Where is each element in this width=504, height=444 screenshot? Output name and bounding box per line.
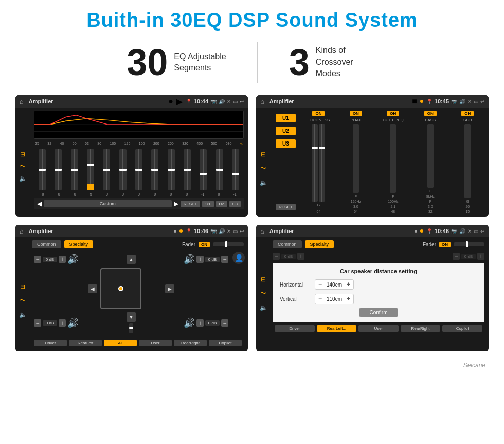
fader-label-4: Fader: [423, 242, 436, 247]
sub-slider[interactable]: [464, 124, 471, 198]
btn-rearright[interactable]: RearRight: [174, 340, 207, 346]
dist-vertical-control[interactable]: − 110cm +: [315, 294, 354, 304]
dist-vertical-label: Vertical: [280, 296, 311, 302]
screen-eq: ⌂ Amplifier ● ▶ 📍 10:44 📷 🔊 ✕ ▭ ↩ ⊟ 〜 🔈: [15, 95, 248, 217]
tab-specialty-4[interactable]: Specialty: [305, 240, 334, 248]
fader-slider-4[interactable]: [454, 242, 484, 246]
eq-icon-vol-down[interactable]: 🔈: [19, 175, 27, 182]
db-bottom-right: − 0 dB + 🔊: [165, 317, 228, 329]
bass-on-btn[interactable]: ON: [424, 111, 437, 116]
close-icon-2: ✕: [467, 99, 472, 104]
loudness-on-btn[interactable]: ON: [312, 111, 325, 116]
db-bl-minus[interactable]: −: [34, 319, 41, 327]
phat-slider[interactable]: [353, 124, 359, 193]
db-br-plus[interactable]: +: [196, 319, 204, 327]
fader-icon-eq[interactable]: ⊟: [20, 283, 25, 290]
db-bl-plus[interactable]: +: [59, 319, 66, 327]
loudness-slider2[interactable]: [319, 124, 325, 202]
up-arrow-btn[interactable]: ▲: [127, 255, 136, 264]
cutfreq-on-btn[interactable]: ON: [387, 111, 399, 116]
db-tr-plus[interactable]: +: [196, 256, 204, 263]
fader-main-area: Common Specialty Fader ON 👤 − 0 dB: [15, 237, 248, 351]
bass-slider[interactable]: [427, 124, 434, 188]
btn-rearleft-4[interactable]: RearLeft...: [317, 325, 357, 332]
btn-driver-4[interactable]: Driver: [275, 325, 315, 332]
status-icons-3: 📍 10:46 📷 🔊 ✕ ▭ ↩: [186, 228, 244, 234]
fader-on-pill[interactable]: ON: [199, 242, 210, 247]
cross-icon-wave[interactable]: 〜: [260, 164, 266, 173]
eq-reset-btn[interactable]: RESET: [181, 201, 201, 207]
btn-rearright-4[interactable]: RearRight: [401, 325, 441, 332]
loudness-slider1[interactable]: [312, 124, 318, 202]
back-icon-3: ↩: [240, 228, 244, 234]
btn-rearleft[interactable]: RearLeft: [69, 340, 102, 346]
bottom-fader-track[interactable]: [129, 323, 133, 333]
db-tr-minus[interactable]: −: [221, 256, 228, 263]
u3-btn[interactable]: U3: [276, 139, 296, 148]
fader-left-icons: ⊟ 〜 🔈: [15, 250, 30, 351]
u2-btn[interactable]: U2: [276, 127, 296, 135]
phat-on-btn[interactable]: ON: [350, 111, 362, 116]
fader-on-4[interactable]: ON: [439, 242, 451, 247]
channel-sub: ON SUB G 20 15: [450, 111, 485, 214]
btn-user[interactable]: User: [139, 340, 172, 346]
dist-icon-wave[interactable]: 〜: [260, 289, 266, 298]
btn-all[interactable]: All: [104, 340, 137, 346]
db-br-minus[interactable]: −: [221, 319, 228, 327]
dist-left-icons: ⊟ 〜 🔈: [256, 250, 271, 337]
btn-copilot[interactable]: Copilot: [209, 340, 242, 346]
screen-distance: ⌂ Amplifier ■ 📍 10:46 📷 🔊 ✕ ▭ ↩ ⊟ 〜 🔈: [256, 225, 489, 351]
tab-common-3[interactable]: Common: [32, 240, 61, 248]
home-icon-4[interactable]: ⌂: [260, 227, 264, 235]
dist-h-plus[interactable]: +: [347, 281, 350, 288]
db-tl-plus[interactable]: +: [59, 256, 66, 263]
tab-common-4[interactable]: Common: [273, 240, 302, 248]
cross-icon-vol[interactable]: 🔈: [260, 179, 267, 186]
db-top-right: − 0 dB + 🔊: [165, 254, 228, 265]
eq-icon-sliders[interactable]: ⊟: [20, 151, 25, 158]
db-tl-minus[interactable]: −: [34, 256, 41, 263]
screen-icon-1: ▭: [233, 99, 238, 104]
dist-horizontal-control[interactable]: − 140cm +: [315, 279, 354, 290]
crosshair[interactable]: [100, 268, 141, 309]
close-icon-4: ✕: [467, 228, 472, 234]
channel-loudness: ON LOUDNESS: [301, 111, 336, 214]
down-arrow-btn[interactable]: ▼: [127, 312, 136, 322]
eq-prev-btn[interactable]: ◀: [37, 200, 42, 207]
eq-u1-btn[interactable]: U1: [202, 201, 213, 207]
reset-btn-cross[interactable]: RESET: [276, 204, 296, 210]
btn-driver[interactable]: Driver: [34, 340, 67, 346]
right-arrow-btn[interactable]: ▶: [165, 284, 174, 293]
left-arrow-btn[interactable]: ◀: [88, 284, 97, 293]
u1-btn[interactable]: U1: [276, 114, 296, 122]
fader-icon-wave[interactable]: 〜: [20, 296, 26, 305]
dist-v-plus[interactable]: +: [347, 295, 350, 303]
cross-channels: ON LOUDNESS: [301, 111, 485, 214]
eq-u2-btn[interactable]: U2: [216, 201, 227, 207]
fader-icon-vol[interactable]: 🔈: [19, 311, 27, 318]
home-icon-3[interactable]: ⌂: [20, 227, 24, 235]
dist-v-minus[interactable]: −: [318, 295, 322, 303]
eq-bottom-bar: ◀ Custom ▶ RESET U1 U2 U3: [34, 198, 244, 209]
home-icon-2[interactable]: ⌂: [260, 98, 264, 105]
home-icon-1[interactable]: ⌂: [20, 98, 24, 105]
app-name-2: Amplifier: [269, 98, 409, 104]
btn-copilot-4[interactable]: Copilot: [442, 325, 482, 332]
btn-user-4[interactable]: User: [358, 325, 399, 332]
loudness-label: LOUDNESS: [307, 118, 330, 122]
dist-icon-eq[interactable]: ⊟: [261, 276, 266, 283]
cross-u-panel: U1 U2 U3 RESET: [274, 111, 298, 214]
confirm-btn[interactable]: Confirm: [359, 308, 398, 317]
eq-icon-wave[interactable]: 〜: [20, 162, 26, 171]
fader-slider[interactable]: [213, 242, 244, 246]
dist-h-minus[interactable]: −: [318, 281, 322, 288]
sub-on-btn[interactable]: ON: [461, 111, 474, 116]
cross-icon-eq[interactable]: ⊟: [261, 151, 266, 158]
channel-bass: ON BASS G 9kHz F 3.0 32: [412, 111, 448, 214]
tab-specialty-3[interactable]: Specialty: [64, 240, 94, 248]
dist-icon-vol[interactable]: 🔈: [260, 304, 267, 311]
eq-next-btn[interactable]: ▶: [174, 200, 178, 207]
eq-custom-label[interactable]: Custom: [44, 200, 172, 207]
eq-u3-btn[interactable]: U3: [229, 201, 241, 207]
cutfreq-slider[interactable]: [390, 124, 396, 193]
